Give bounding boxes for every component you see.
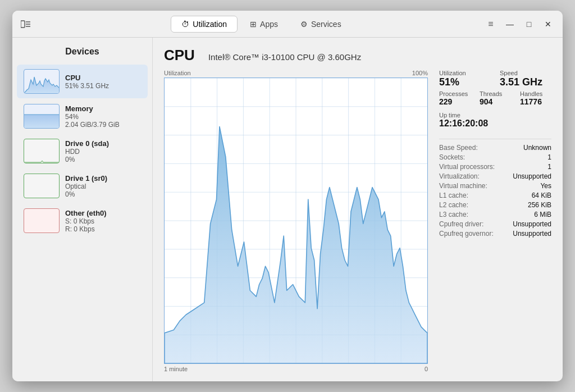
tab-performance[interactable]: ⏱ Utilization (171, 16, 238, 33)
cpu-thumbnail (24, 69, 60, 94)
processes-threads-handles-row: Processes 229 Threads 904 Handles 11776 (439, 90, 551, 106)
utilization-block: Utilization 51% (439, 70, 491, 88)
sidebar-toggle-button[interactable] (18, 16, 34, 32)
processes-label: Processes (439, 90, 471, 97)
content-area: CPU Intel® Core™ i3-10100 CPU @ 3.60GHz … (153, 38, 563, 381)
info-row: Sockets:1 (439, 153, 551, 161)
max-label: 100% (412, 70, 428, 76)
speed-block: Speed 3.51 GHz (500, 70, 551, 88)
info-row: Base Speed:Unknown (439, 144, 551, 152)
info-table: Base Speed:UnknownSockets:1Virtual proce… (439, 144, 551, 239)
performance-icon: ⏱ (181, 20, 189, 29)
handles-block: Handles 11776 (520, 90, 551, 106)
utilization-label: Utilization (164, 70, 191, 76)
processes-value: 229 (439, 97, 471, 106)
drive1-name: Drive 1 (sr0) (65, 174, 141, 183)
cpu-sub: 51% 3.51 GHz (65, 82, 141, 90)
chart-labels-top: Utilization 100% (164, 70, 428, 76)
time-end-label: 0 (425, 366, 428, 372)
chart-labels-bottom: 1 minute 0 (164, 366, 428, 372)
drive0-info: Drive 0 (sda) HDD 0% (65, 139, 141, 163)
threads-block: Threads 904 (480, 90, 511, 106)
cpu-info: CPU 51% 3.51 GHz (65, 74, 141, 90)
drive0-sub2: 0% (65, 156, 141, 163)
uptime-label: Up time (439, 112, 551, 118)
info-row: Virtual machine:Yes (439, 182, 551, 190)
memory-sub1: 54% (65, 113, 141, 121)
info-row: Cpufreq governor:Unsupported (439, 230, 551, 238)
tabs-area: ⏱ Utilization ⊞ Apps ⚙ Services (40, 16, 482, 33)
handles-value: 11776 (520, 97, 551, 106)
speed-stat-label: Speed (500, 70, 551, 76)
uptime-value: 12:16:20:08 (439, 118, 551, 129)
window-controls: ≡ — □ ✕ (482, 15, 557, 33)
close-button[interactable]: ✕ (539, 15, 557, 33)
threads-label: Threads (480, 90, 511, 97)
cpu-name: CPU (65, 74, 141, 82)
info-row: L3 cache:6 MiB (439, 211, 551, 218)
titlebar: ⏱ Utilization ⊞ Apps ⚙ Services ≡ — □ (12, 11, 563, 38)
handles-label: Handles (520, 90, 551, 97)
memory-sub2: 2.04 GiB/3.79 GiB (65, 121, 141, 129)
drive0-name: Drive 0 (sda) (65, 139, 141, 148)
stats-panel: Utilization 51% Speed 3.51 GHz Processes… (439, 70, 551, 372)
tab-services-label: Services (311, 20, 341, 29)
drive0-thumbnail (24, 139, 60, 163)
drive1-sub2: 0% (65, 190, 141, 198)
drive1-sub1: Optical (65, 183, 141, 190)
tab-apps-label: Apps (260, 20, 278, 29)
utilization-speed-row: Utilization 51% Speed 3.51 GHz (439, 70, 551, 88)
info-row: Virtual processors:1 (439, 163, 551, 171)
main-window: ⏱ Utilization ⊞ Apps ⚙ Services ≡ — □ (12, 11, 563, 381)
sidebar-item-drive1[interactable]: Drive 1 (sr0) Optical 0% (17, 169, 148, 203)
utilization-stat-label: Utilization (439, 70, 491, 76)
chart-and-stats: Utilization 100% (164, 70, 551, 372)
info-row: L2 cache:256 KiB (439, 201, 551, 209)
info-row: Virtualization:Unsupported (439, 172, 551, 180)
sidebar-title: Devices (12, 42, 152, 63)
info-row: L1 cache:64 KiB (439, 192, 551, 199)
network-sub1: S: 0 Kbps (65, 217, 141, 225)
memory-info: Memory 54% 2.04 GiB/3.79 GiB (65, 104, 141, 129)
drive1-thumbnail (24, 174, 60, 198)
content-title: CPU (164, 47, 195, 64)
drive0-sub1: HDD (65, 148, 141, 156)
chart-container: Utilization 100% (164, 70, 428, 372)
speed-stat-value: 3.51 GHz (500, 76, 551, 88)
uptime-section: Up time 12:16:20:08 (439, 112, 551, 129)
divider (439, 139, 551, 139)
sidebar: Devices CPU 5 (12, 38, 153, 381)
svg-rect-4 (24, 115, 60, 128)
utilization-stat-value: 51% (439, 76, 491, 88)
sidebar-item-memory[interactable]: Memory 54% 2.04 GiB/3.79 GiB (17, 99, 148, 133)
time-start-label: 1 minute (164, 366, 188, 372)
network-thumbnail (24, 208, 60, 233)
tab-apps[interactable]: ⊞ Apps (240, 16, 288, 32)
minimize-button[interactable]: — (501, 15, 519, 33)
menu-button[interactable]: ≡ (482, 15, 500, 33)
sidebar-item-drive0[interactable]: Drive 0 (sda) HDD 0% (17, 134, 148, 168)
cpu-chart (164, 78, 428, 364)
memory-name: Memory (65, 104, 141, 113)
info-row: Cpufreq driver:Unsupported (439, 220, 551, 228)
network-sub2: R: 0 Kbps (65, 225, 141, 233)
network-name: Other (eth0) (65, 209, 141, 217)
tab-services[interactable]: ⚙ Services (290, 16, 352, 32)
apps-icon: ⊞ (250, 20, 257, 29)
maximize-button[interactable]: □ (520, 15, 538, 33)
content-subtitle: Intel® Core™ i3-10100 CPU @ 3.60GHz (208, 52, 361, 62)
services-icon: ⚙ (300, 20, 308, 29)
sidebar-item-cpu[interactable]: CPU 51% 3.51 GHz (17, 65, 148, 98)
drive1-info: Drive 1 (sr0) Optical 0% (65, 174, 141, 198)
sidebar-item-network[interactable]: Other (eth0) S: 0 Kbps R: 0 Kbps (17, 204, 148, 238)
network-info: Other (eth0) S: 0 Kbps R: 0 Kbps (65, 209, 141, 233)
content-header: CPU Intel® Core™ i3-10100 CPU @ 3.60GHz (164, 47, 551, 64)
memory-thumbnail (24, 104, 60, 129)
tab-performance-label: Utilization (193, 20, 227, 29)
svg-rect-0 (21, 21, 25, 28)
threads-value: 904 (480, 97, 511, 106)
processes-block: Processes 229 (439, 90, 471, 106)
main-area: Devices CPU 5 (12, 38, 563, 381)
